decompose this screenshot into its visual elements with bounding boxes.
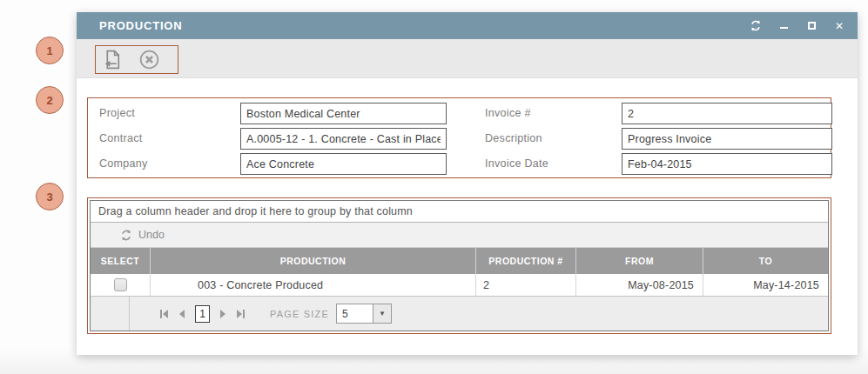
invoice-number-field[interactable] xyxy=(622,103,832,124)
import-icon[interactable] xyxy=(100,48,124,72)
first-page-icon[interactable] xyxy=(158,307,172,321)
next-page-icon[interactable] xyxy=(216,307,230,321)
undo-sync-icon xyxy=(120,229,132,242)
contract-field[interactable] xyxy=(240,128,447,150)
current-page-input[interactable]: 1 xyxy=(195,305,210,323)
invoice-form-section: Project Contract Company Invoice # Descr… xyxy=(87,97,831,178)
company-field[interactable] xyxy=(240,153,447,175)
undo-label: Undo xyxy=(138,229,165,241)
chevron-down-icon[interactable]: ▼ xyxy=(373,304,391,323)
column-header-production-number[interactable]: PRODUCTION # xyxy=(476,248,576,274)
production-cell: 003 - Concrete Produced xyxy=(151,274,476,296)
company-label: Company xyxy=(99,153,148,175)
grid-pager: 1 PAGE SIZE 5 ▼ xyxy=(91,297,828,331)
minimize-icon[interactable] xyxy=(777,20,790,32)
undo-button[interactable]: Undo xyxy=(120,229,165,242)
cancel-icon[interactable] xyxy=(137,48,161,72)
toolbar xyxy=(77,39,858,78)
select-cell xyxy=(91,274,151,296)
last-page-icon[interactable] xyxy=(233,307,247,321)
invoice-number-label: Invoice # xyxy=(485,103,531,124)
grid-header-row: SELECT PRODUCTION PRODUCTION # FROM TO xyxy=(91,248,828,274)
project-field[interactable] xyxy=(240,103,447,124)
column-header-production[interactable]: PRODUCTION xyxy=(151,248,476,274)
production-number-cell: 2 xyxy=(476,274,576,296)
pager-left-cell xyxy=(91,297,130,331)
page-size-dropdown[interactable]: 5 ▼ xyxy=(336,304,392,324)
grid-toolbar: Undo xyxy=(91,223,828,248)
annotation-badge-1: 1 xyxy=(36,37,64,64)
production-window: PRODUCTION ✕ xyxy=(77,12,858,355)
to-date-cell: May-14-2015 xyxy=(703,274,828,296)
annotation-badge-3: 3 xyxy=(36,183,64,210)
production-grid-section: Drag a column header and drop it here to… xyxy=(87,197,831,334)
prev-page-icon[interactable] xyxy=(175,307,189,321)
page-size-value: 5 xyxy=(337,304,373,323)
maximize-icon[interactable] xyxy=(805,20,818,32)
column-header-select[interactable]: SELECT xyxy=(91,248,151,274)
invoice-date-label: Invoice Date xyxy=(485,153,548,175)
from-date-cell: May-08-2015 xyxy=(576,274,703,296)
pager-controls: 1 xyxy=(158,305,247,323)
invoice-date-field[interactable] xyxy=(622,153,832,175)
window-controls: ✕ xyxy=(750,20,845,32)
page-size-label: PAGE SIZE xyxy=(270,309,329,319)
titlebar: PRODUCTION ✕ xyxy=(77,12,858,39)
table-row: 003 - Concrete Produced 2 May-08-2015 Ma… xyxy=(91,274,828,297)
row-select-checkbox[interactable] xyxy=(114,278,127,291)
column-header-from[interactable]: FROM xyxy=(576,248,703,274)
toolbar-annotation-box xyxy=(95,45,178,74)
column-header-to[interactable]: TO xyxy=(703,248,828,274)
description-field[interactable] xyxy=(622,128,832,150)
close-icon[interactable]: ✕ xyxy=(833,20,845,32)
sync-icon[interactable] xyxy=(750,20,762,32)
contract-label: Contract xyxy=(99,128,143,150)
annotation-badge-2: 2 xyxy=(36,86,64,114)
description-label: Description xyxy=(485,128,542,150)
project-label: Project xyxy=(99,103,135,124)
production-grid: Drag a column header and drop it here to… xyxy=(90,200,829,331)
window-title: PRODUCTION xyxy=(99,19,182,32)
group-by-drop-zone[interactable]: Drag a column header and drop it here to… xyxy=(91,201,828,223)
